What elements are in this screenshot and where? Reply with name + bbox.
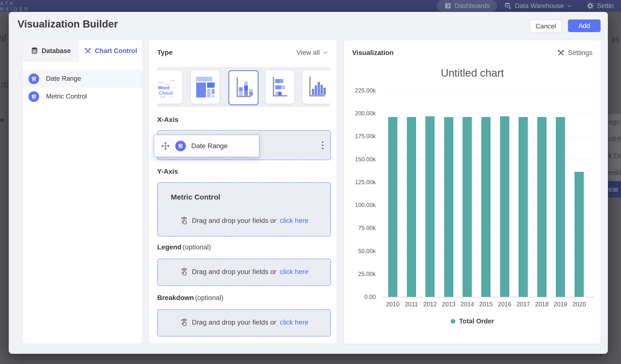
sliders-icon xyxy=(29,91,39,102)
bg-menu-item-label: nge xyxy=(608,118,620,126)
click-here-link[interactable]: click here xyxy=(280,318,308,326)
breakdown-dropzone[interactable]: Drag and drop your fields or click here xyxy=(157,309,331,336)
bar-2017 xyxy=(518,117,528,297)
svg-text:ness: ness xyxy=(158,81,164,84)
field-item-date-range[interactable]: Date Range xyxy=(23,70,142,87)
view-all-dropdown[interactable]: View all xyxy=(296,49,328,56)
chart-legend: Total Order xyxy=(344,317,601,325)
y-axis-tick-label: 75.00k xyxy=(346,225,376,231)
svg-text:more: more xyxy=(169,96,173,98)
metric-control-label: Metric Control xyxy=(171,193,220,201)
chart-type-stacked-bar[interactable] xyxy=(265,70,294,104)
bar-2018 xyxy=(537,117,547,297)
screen: al ota ngenthlyk Dateeeklyear ATA NSIDER… xyxy=(0,0,621,364)
nav-item-label: Dashboards xyxy=(455,2,490,10)
tap-icon xyxy=(180,267,188,276)
tab-chart-control[interactable]: Chart Control xyxy=(79,40,142,62)
modal-title: Visualization Builder xyxy=(17,18,118,30)
field-item-label: Date Range xyxy=(46,75,81,83)
type-heading: Type xyxy=(157,49,172,56)
x-axis-dropzone[interactable]: Date Range Date Range xyxy=(157,130,331,160)
bg-menu-item-label: ear xyxy=(608,185,619,193)
bar-2014 xyxy=(463,117,472,297)
bg-menu-item-label: nthly xyxy=(608,135,621,143)
sliders-icon xyxy=(29,73,39,84)
field-item-metric-control[interactable]: Metric Control xyxy=(23,87,142,105)
y-axis-tick-label: 0.00 xyxy=(346,294,376,300)
drop-hint: Drag and drop your fields or click here xyxy=(158,216,330,225)
date-range-chip[interactable]: Date Range xyxy=(154,135,259,157)
y-axis-dropzone[interactable]: Metric Control Drag and drop your fields… xyxy=(157,182,331,237)
chart-type-treemap[interactable] xyxy=(191,70,220,104)
bg-bullet xyxy=(0,118,4,122)
chevron-down-icon xyxy=(322,49,328,56)
breakdown-heading: Breakdown (optional) xyxy=(157,294,223,302)
chart-type-strip: nessAnalfigureWordzoomCloud[cv.lg]more xyxy=(157,67,330,107)
y-axis-tick-label: 175.00k xyxy=(346,133,376,140)
chart-type-column[interactable] xyxy=(302,70,330,104)
svg-text:[cv.lg]: [cv.lg] xyxy=(160,96,165,98)
gridline xyxy=(382,113,594,114)
chart-type-word-cloud[interactable]: nessAnalfigureWordzoomCloud[cv.lg]more xyxy=(157,70,182,104)
nav-item-data-warehouse[interactable]: Data Warehouse xyxy=(497,0,579,12)
y-axis-tick-label: 25.00k xyxy=(346,271,376,277)
bg-menu-item: eekly xyxy=(608,164,621,181)
bg-menu-item: ear xyxy=(608,181,621,198)
bar-2015 xyxy=(481,117,491,297)
y-axis-tick-label: 200.00k xyxy=(346,110,376,117)
field-menu-button[interactable] xyxy=(322,140,324,151)
y-axis-tick-label: 150.00k xyxy=(346,156,376,163)
tools-icon xyxy=(84,47,91,54)
svg-text:Word: Word xyxy=(158,85,169,90)
bar-2011 xyxy=(407,117,416,297)
bar-2020 xyxy=(574,172,584,297)
bg-dropdown-fragment: ngenthlyk Dateeeklyear xyxy=(608,114,621,198)
bar-2012 xyxy=(425,116,435,297)
nav-item-dashboards[interactable]: Dashboards xyxy=(437,0,497,12)
bg-menu-item-label: k Date xyxy=(608,152,621,160)
svg-text:Cloud: Cloud xyxy=(159,90,173,95)
svg-text:zoom: zoom xyxy=(172,87,176,88)
tap-icon xyxy=(180,216,188,225)
bg-text-fragment: al xyxy=(0,32,6,44)
app-logo: ATA NSIDER xyxy=(0,0,29,12)
add-button[interactable]: Add xyxy=(568,19,601,32)
database-icon xyxy=(31,47,38,54)
y-axis-tick-label: 50.00k xyxy=(346,248,376,255)
legend-label: Total Order xyxy=(459,317,494,325)
click-here-link[interactable]: click here xyxy=(280,268,308,276)
move-icon xyxy=(161,142,170,150)
click-here-link[interactable]: click here xyxy=(280,217,308,225)
bg-menu-item: nge xyxy=(608,114,621,131)
gear-icon xyxy=(587,2,594,10)
dashboard-icon xyxy=(444,2,452,10)
visualization-builder-modal: Visualization Builder Cancel Add Databas… xyxy=(9,12,608,354)
bg-menu-item-label: eekly xyxy=(608,169,621,177)
legend-dropzone[interactable]: Drag and drop your fields or click here xyxy=(157,259,331,286)
y-axis-tick-label: 125.00k xyxy=(346,179,376,186)
gridline xyxy=(382,90,594,91)
legend-dot xyxy=(451,319,455,324)
bg-menu-item: nthly xyxy=(608,131,621,147)
top-nav-bar: ATA NSIDER DashboardsData WarehouseSetti… xyxy=(0,0,621,12)
warehouse-icon xyxy=(504,2,512,10)
bar-2010 xyxy=(388,117,397,297)
chart-type-stacked-column[interactable] xyxy=(228,70,259,105)
save-icon xyxy=(611,36,620,44)
tab-database[interactable]: Database xyxy=(23,40,79,62)
y-axis-tick-label: 225.00k xyxy=(346,87,376,94)
sliders-icon xyxy=(175,141,186,151)
fields-panel: DatabaseChart Control Date RangeMetric C… xyxy=(23,40,142,344)
drop-hint: Drag and drop your fields or click here xyxy=(158,267,330,276)
bg-menu-item: k Date xyxy=(608,147,621,164)
y-axis-tick-label: 100.00k xyxy=(346,202,376,208)
nav-item-label: Data Warehouse xyxy=(515,2,564,10)
svg-text:figure: figure xyxy=(165,83,170,85)
tap-icon xyxy=(180,318,188,327)
cancel-button[interactable]: Cancel xyxy=(530,19,562,33)
tab-label: Chart Control xyxy=(95,47,137,55)
nav-item-settin[interactable]: Settin xyxy=(579,0,621,12)
gridline xyxy=(382,297,594,297)
svg-text:Anal: Anal xyxy=(170,80,174,82)
bar-2016 xyxy=(500,116,509,297)
